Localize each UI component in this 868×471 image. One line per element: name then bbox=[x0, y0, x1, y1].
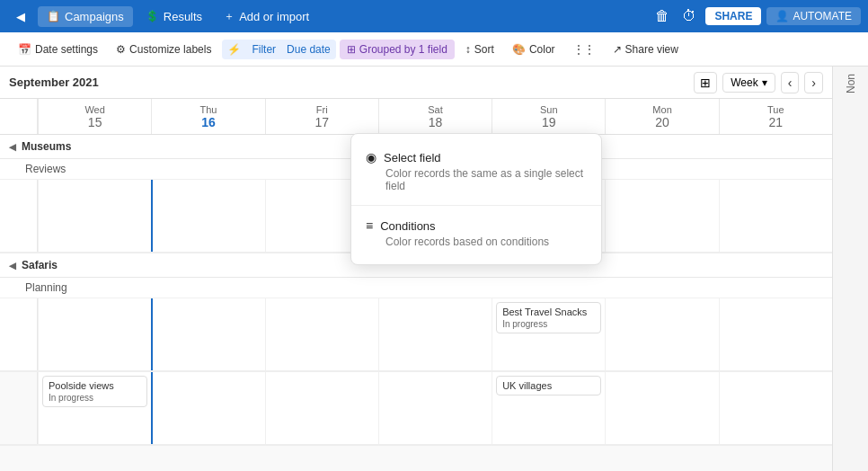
dropdown-conditions[interactable]: ≡ Conditions Color records based on cond… bbox=[351, 209, 601, 257]
cell-sun-planning[interactable]: Best Travel Snacks In progress bbox=[492, 298, 605, 370]
calendar-container: September 2021 ⊞ Week ▾ ‹ › Wed 15 Thu 1… bbox=[0, 67, 832, 471]
event-uk-villages[interactable]: UK villages bbox=[496, 376, 601, 395]
color-label: Color bbox=[529, 43, 555, 56]
poolside-cells: Poolside views In progress UK villages bbox=[0, 372, 832, 445]
nav-tab-back[interactable]: ◀ bbox=[7, 6, 34, 27]
grid-view-icon[interactable]: ⊞ bbox=[694, 72, 717, 93]
event-title: Best Travel Snacks bbox=[502, 307, 595, 317]
sort-button[interactable]: ↕ Sort bbox=[458, 40, 501, 59]
calendar-month: September 2021 bbox=[9, 76, 694, 89]
day-col-tue: Tue 21 bbox=[719, 99, 832, 134]
date-settings-button[interactable]: 📅 Date settings bbox=[11, 40, 105, 59]
cell-tue-planning[interactable] bbox=[719, 298, 832, 370]
calendar-controls: ⊞ Week ▾ ‹ › bbox=[694, 72, 823, 93]
automate-label: AUTOMATE bbox=[793, 10, 852, 22]
week-view-button[interactable]: Week ▾ bbox=[722, 73, 775, 93]
prev-week-button[interactable]: ‹ bbox=[781, 72, 800, 93]
poolside-title: Poolside views bbox=[49, 380, 141, 391]
automate-icon: 👤 bbox=[775, 10, 789, 22]
share-view-icon: ↗ bbox=[613, 43, 622, 56]
nav-tab-results[interactable]: 💲 Results bbox=[137, 6, 211, 27]
cell-sun-poolside[interactable]: UK villages bbox=[492, 372, 605, 444]
planning-label: Planning bbox=[0, 278, 832, 298]
filter-due-date[interactable]: ⚡ Filter Due date bbox=[222, 40, 335, 59]
event-best-travel-snacks[interactable]: Best Travel Snacks In progress bbox=[496, 302, 601, 333]
back-icon: ◀ bbox=[16, 10, 25, 23]
sort-icon: ↕ bbox=[465, 43, 471, 56]
cell-tue-poolside[interactable] bbox=[719, 372, 832, 444]
day-name-tue: Tue bbox=[767, 104, 784, 115]
top-nav: ◀ 📋 Campaigns 💲 Results ＋ Add or import … bbox=[0, 0, 868, 32]
share-view-button[interactable]: ↗ Share view bbox=[606, 40, 686, 59]
columns-icon: ⋮⋮ bbox=[573, 43, 595, 56]
day-num-19: 19 bbox=[542, 115, 556, 129]
cell-thu-reviews[interactable] bbox=[151, 180, 264, 252]
chevron-down-icon: ▾ bbox=[762, 76, 767, 89]
dropdown-select-field[interactable]: ◉ Select field Color records the same as… bbox=[351, 141, 601, 201]
day-num-17: 17 bbox=[314, 115, 329, 129]
color-icon: 🎨 bbox=[512, 43, 526, 56]
due-date-label: Due date bbox=[281, 40, 336, 59]
columns-button[interactable]: ⋮⋮ bbox=[566, 40, 602, 59]
trash-icon[interactable]: 🗑 bbox=[651, 6, 673, 26]
cell-fri-planning[interactable] bbox=[265, 298, 378, 370]
history-icon[interactable]: ⏱ bbox=[678, 6, 700, 26]
customize-labels-button[interactable]: ⚙ Customize labels bbox=[109, 40, 218, 59]
grouped-label: Grouped by 1 field bbox=[359, 43, 447, 56]
results-label: Results bbox=[164, 10, 202, 23]
cell-fri-poolside[interactable] bbox=[265, 372, 378, 444]
cell-wed-planning[interactable] bbox=[38, 298, 151, 370]
cell-tue-reviews[interactable] bbox=[719, 180, 832, 252]
cell-sat-planning[interactable] bbox=[378, 298, 492, 370]
calendar-header: September 2021 ⊞ Week ▾ ‹ › bbox=[0, 67, 832, 99]
filter-label: Filter bbox=[246, 40, 281, 59]
nav-tab-add-import[interactable]: ＋ Add or import bbox=[215, 5, 318, 28]
day-col-sun: Sun 19 bbox=[492, 99, 605, 134]
sort-label: Sort bbox=[474, 43, 494, 56]
day-col-thu: Thu 16 bbox=[151, 99, 264, 134]
color-dropdown: ◉ Select field Color records the same as… bbox=[350, 133, 602, 265]
day-col-mon: Mon 20 bbox=[605, 99, 718, 134]
row-label-empty bbox=[0, 180, 38, 252]
results-icon: 💲 bbox=[146, 10, 159, 22]
automate-button[interactable]: 👤 AUTOMATE bbox=[766, 7, 861, 25]
poolside-row: Poolside views In progress UK villages bbox=[0, 372, 832, 446]
day-name-wed: Wed bbox=[84, 104, 104, 115]
day-name-mon: Mon bbox=[652, 104, 671, 115]
customize-icon: ⚙ bbox=[116, 43, 126, 56]
color-button[interactable]: 🎨 Color bbox=[505, 40, 562, 59]
group-safaris: ◀ Safaris Planning Best Travel Snacks bbox=[0, 253, 832, 372]
cell-wed-poolside[interactable]: Poolside views In progress bbox=[38, 372, 151, 444]
cell-mon-poolside[interactable] bbox=[605, 372, 718, 444]
cell-sat-poolside[interactable] bbox=[378, 372, 492, 444]
add-import-label: Add or import bbox=[239, 10, 309, 23]
select-field-icon: ◉ bbox=[366, 150, 376, 164]
next-week-button[interactable]: › bbox=[804, 72, 823, 93]
conditions-desc: Color records based on conditions bbox=[366, 236, 587, 248]
cell-thu-planning[interactable] bbox=[151, 298, 264, 370]
event-poolside-views[interactable]: Poolside views In progress bbox=[42, 376, 147, 407]
conditions-label: Conditions bbox=[380, 219, 435, 233]
safaris-planning-subrow: Planning Best Travel Snacks In progress bbox=[0, 278, 832, 372]
cell-mon-planning[interactable] bbox=[605, 298, 718, 370]
filter-icon: ⚡ bbox=[222, 40, 246, 59]
date-settings-label: Date settings bbox=[35, 43, 98, 56]
day-col-fri: Fri 17 bbox=[265, 99, 378, 134]
grouped-button[interactable]: ⊞ Grouped by 1 field bbox=[340, 40, 455, 59]
day-name-fri: Fri bbox=[316, 104, 328, 115]
select-field-label: Select field bbox=[384, 151, 441, 164]
cell-thu-poolside[interactable] bbox=[151, 372, 264, 444]
cell-mon-reviews[interactable] bbox=[605, 180, 718, 252]
right-panel: Non bbox=[832, 67, 868, 471]
row-label-poolside bbox=[0, 372, 38, 444]
event-status: In progress bbox=[502, 319, 595, 329]
nav-tab-campaigns[interactable]: 📋 Campaigns bbox=[38, 6, 133, 27]
collapse-museums-icon: ◀ bbox=[9, 142, 16, 152]
week-label: Week bbox=[731, 76, 757, 89]
cell-wed-reviews[interactable] bbox=[38, 180, 151, 252]
campaigns-label: Campaigns bbox=[65, 10, 124, 23]
share-button[interactable]: SHARE bbox=[705, 7, 761, 25]
day-col-sat: Sat 18 bbox=[378, 99, 492, 134]
add-icon: ＋ bbox=[224, 9, 235, 24]
select-field-title: ◉ Select field bbox=[366, 150, 587, 164]
